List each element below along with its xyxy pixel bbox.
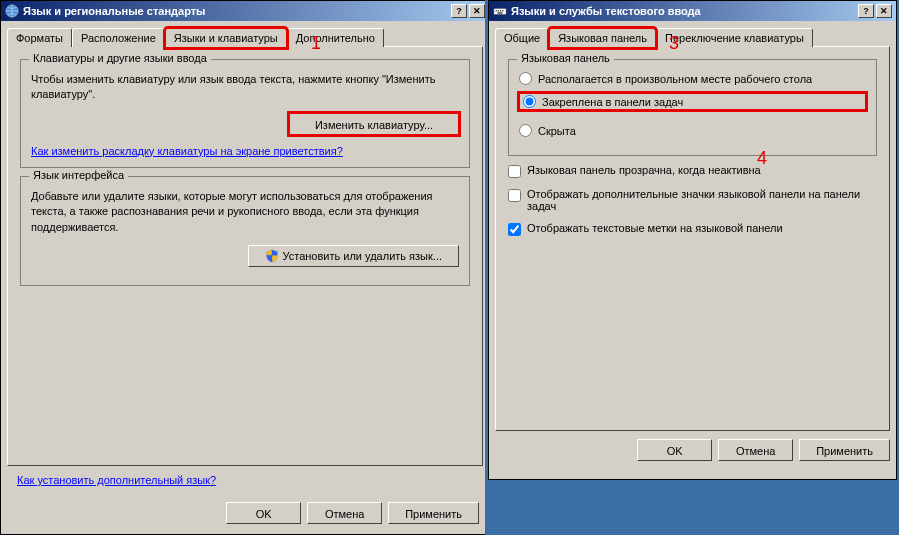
window-regional-standards: Язык и региональные стандарты ? ✕ Формат… xyxy=(0,0,490,535)
window-body-right: Общие Языковая панель Переключение клави… xyxy=(489,21,896,467)
group-ui-lang: Язык интерфейса Добавьте или удалите язы… xyxy=(20,176,470,286)
shield-icon xyxy=(265,249,279,263)
cancel-button-left[interactable]: Отмена xyxy=(307,502,382,524)
radio-docked[interactable] xyxy=(523,95,536,108)
group-ui-title: Язык интерфейса xyxy=(29,169,128,181)
check-text-labels[interactable] xyxy=(508,223,521,236)
desktop-bg: Языки и службы текстового ввода ? ✕ Общи… xyxy=(485,0,899,535)
svg-rect-4 xyxy=(500,10,501,11)
radio-float[interactable] xyxy=(519,72,532,85)
titlebar-title-right: Языки и службы текстового ввода xyxy=(511,5,858,17)
cancel-button-right[interactable]: Отмена xyxy=(718,439,793,461)
link-install-additional[interactable]: Как установить дополнительный язык? xyxy=(17,474,216,486)
check-transparent-row: Языковая панель прозрачна, когда неактив… xyxy=(508,164,877,178)
keyboard-icon xyxy=(493,4,507,18)
close-button-right[interactable]: ✕ xyxy=(876,4,892,18)
tabs-right: Общие Языковая панель Переключение клави… xyxy=(495,27,890,46)
svg-rect-5 xyxy=(502,10,503,11)
ok-button-left[interactable]: OK xyxy=(226,502,301,524)
link-greeting-screen[interactable]: Как изменить раскладку клавиатуры на экр… xyxy=(31,145,343,157)
window-text-services: Языки и службы текстового ввода ? ✕ Общи… xyxy=(488,0,897,480)
titlebar-right[interactable]: Языки и службы текстового ввода ? ✕ xyxy=(489,1,896,21)
change-keyboard-button[interactable]: Изменить клавиатуру... xyxy=(289,113,459,135)
tab-advanced[interactable]: Дополнительно xyxy=(287,28,384,47)
check-transparent[interactable] xyxy=(508,165,521,178)
radio-hidden-row: Скрыта xyxy=(519,124,866,137)
group-ui-desc: Добавьте или удалите языки, которые могу… xyxy=(31,189,459,235)
check-extra-icons[interactable] xyxy=(508,189,521,202)
tab-location[interactable]: Расположение xyxy=(72,28,165,47)
radio-float-row: Располагается в произвольном месте рабоч… xyxy=(519,72,866,85)
group-lang-panel-title: Языковая панель xyxy=(517,52,614,64)
tab-general[interactable]: Общие xyxy=(495,28,549,47)
apply-button-right[interactable]: Применить xyxy=(799,439,890,461)
install-remove-lang-button[interactable]: Установить или удалить язык... xyxy=(248,245,460,267)
svg-rect-6 xyxy=(497,12,502,13)
group-keyboard-title: Клавиатуры и другие языки ввода xyxy=(29,52,211,64)
annotation-4: 4 xyxy=(757,148,767,169)
radio-docked-label[interactable]: Закреплена в панели задач xyxy=(542,96,683,108)
annotation-3: 3 xyxy=(669,33,679,54)
radio-hidden[interactable] xyxy=(519,124,532,137)
bottom-buttons-right: OK Отмена Применить xyxy=(495,439,890,461)
help-button[interactable]: ? xyxy=(451,4,467,18)
check-extra-icons-label[interactable]: Отображать дополнительные значки языково… xyxy=(527,188,877,212)
check-text-labels-label[interactable]: Отображать текстовые метки на языковой п… xyxy=(527,222,783,234)
check-transparent-label[interactable]: Языковая панель прозрачна, когда неактив… xyxy=(527,164,761,176)
tab-content-right: Языковая панель Располагается в произвол… xyxy=(495,46,890,431)
group-keyboard: Клавиатуры и другие языки ввода Чтобы из… xyxy=(20,59,470,168)
group-keyboard-desc: Чтобы изменить клавиатуру или язык ввода… xyxy=(31,72,459,103)
tab-formats[interactable]: Форматы xyxy=(7,28,72,47)
window-body-left: Форматы Расположение Языки и клавиатуры … xyxy=(1,21,489,472)
tab-keyboard-switch[interactable]: Переключение клавиатуры xyxy=(656,28,813,47)
titlebar-left[interactable]: Язык и региональные стандарты ? ✕ xyxy=(1,1,489,21)
tab-content-left: Клавиатуры и другие языки ввода Чтобы из… xyxy=(7,46,483,466)
globe-icon xyxy=(5,4,19,18)
svg-rect-2 xyxy=(496,10,497,11)
install-remove-lang-label: Установить или удалить язык... xyxy=(283,248,443,264)
help-button-right[interactable]: ? xyxy=(858,4,874,18)
tab-lang-panel[interactable]: Языковая панель xyxy=(549,28,656,48)
radio-hidden-label[interactable]: Скрыта xyxy=(538,125,576,137)
check-text-labels-row: Отображать текстовые метки на языковой п… xyxy=(508,222,877,236)
apply-button-left[interactable]: Применить xyxy=(388,502,479,524)
ok-button-right[interactable]: OK xyxy=(637,439,712,461)
titlebar-title-left: Язык и региональные стандарты xyxy=(23,5,451,17)
radio-docked-row: Закреплена в панели задач xyxy=(519,93,866,110)
annotation-1: 1 xyxy=(311,33,321,54)
tabs-left: Форматы Расположение Языки и клавиатуры … xyxy=(7,27,483,46)
tab-lang-keyboards[interactable]: Языки и клавиатуры xyxy=(165,28,287,48)
bottom-buttons-left: OK Отмена Применить xyxy=(226,502,479,524)
group-lang-panel: Языковая панель Располагается в произвол… xyxy=(508,59,877,156)
check-extra-icons-row: Отображать дополнительные значки языково… xyxy=(508,188,877,212)
radio-float-label[interactable]: Располагается в произвольном месте рабоч… xyxy=(538,73,812,85)
svg-rect-3 xyxy=(498,10,499,11)
close-button[interactable]: ✕ xyxy=(469,4,485,18)
